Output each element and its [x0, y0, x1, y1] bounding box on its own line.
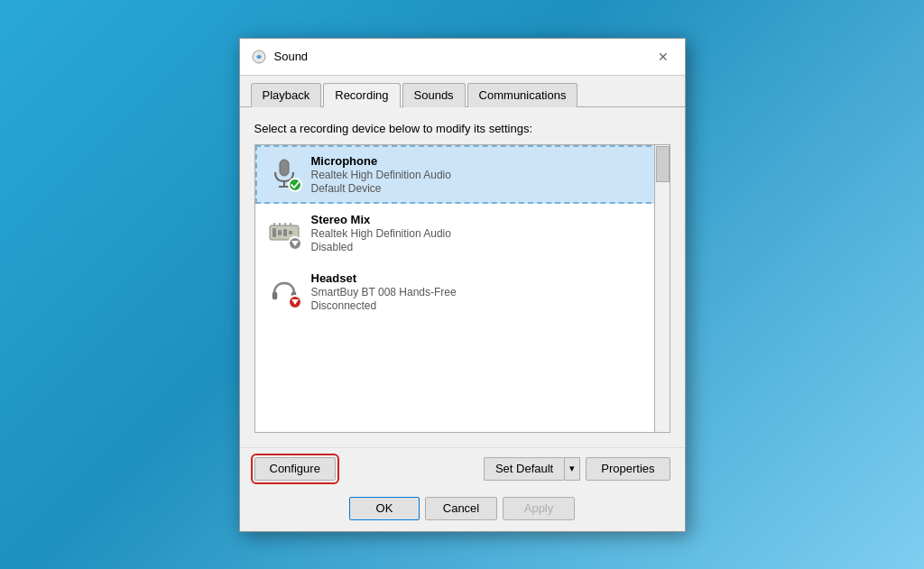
sound-dialog: Sound ✕ Playback Recording Sounds Commun…	[239, 38, 686, 532]
ok-cancel-row: OK Cancel Apply	[240, 490, 685, 531]
tab-communications[interactable]: Communications	[467, 83, 578, 107]
cancel-button[interactable]: Cancel	[425, 497, 497, 520]
svg-point-1	[257, 55, 261, 59]
set-default-split: Set Default ▾	[484, 457, 580, 481]
microphone-driver: Realtek High Definition Audio	[311, 169, 451, 181]
tab-sounds[interactable]: Sounds	[402, 83, 466, 107]
stereo-mix-driver: Realtek High Definition Audio	[311, 227, 451, 240]
svg-rect-8	[283, 229, 287, 236]
properties-button[interactable]: Properties	[586, 457, 670, 481]
stereo-mix-info: Stereo Mix Realtek High Definition Audio…	[311, 213, 451, 253]
configure-button[interactable]: Configure	[254, 457, 336, 481]
title-bar: Sound ✕	[240, 39, 685, 76]
svg-rect-6	[273, 228, 276, 237]
set-default-dropdown-button[interactable]: ▾	[564, 457, 580, 481]
svg-rect-14	[273, 292, 277, 299]
stereo-mix-status: Disabled	[311, 241, 451, 253]
svg-rect-7	[278, 230, 282, 235]
sound-dialog-icon	[251, 49, 267, 65]
green-check-badge	[288, 178, 302, 192]
microphone-name: Microphone	[311, 154, 451, 168]
scrollbar-track[interactable]	[654, 145, 670, 432]
ok-button[interactable]: OK	[349, 497, 420, 520]
apply-button[interactable]: Apply	[503, 497, 575, 520]
tab-recording[interactable]: Recording	[323, 83, 400, 107]
instruction-text: Select a recording device below to modif…	[254, 122, 670, 135]
set-default-button[interactable]: Set Default	[484, 457, 564, 481]
stereo-mix-name: Stereo Mix	[311, 213, 451, 226]
svg-rect-2	[280, 160, 289, 176]
content-area: Select a recording device below to modif…	[240, 107, 685, 447]
microphone-status: Default Device	[311, 182, 451, 195]
device-item-stereo-mix[interactable]: Stereo Mix Realtek High Definition Audio…	[255, 204, 670, 262]
headset-name: Headset	[311, 271, 457, 285]
red-x-badge	[288, 295, 302, 309]
action-buttons-row: Configure Set Default ▾ Properties	[240, 447, 685, 490]
close-button[interactable]: ✕	[652, 46, 674, 68]
headset-status: Disconnected	[311, 299, 457, 312]
svg-rect-9	[289, 231, 292, 234]
tab-bar: Playback Recording Sounds Communications	[240, 76, 685, 107]
tab-playback[interactable]: Playback	[251, 83, 322, 107]
device-list: Microphone Realtek High Definition Audio…	[254, 144, 670, 433]
headset-info: Headset SmartBuy BT 008 Hands-Free Disco…	[311, 271, 457, 312]
down-arrow-badge	[288, 236, 302, 251]
microphone-icon-container	[266, 156, 302, 192]
device-item-headset[interactable]: Headset SmartBuy BT 008 Hands-Free Disco…	[255, 262, 670, 321]
dialog-title: Sound	[274, 50, 645, 63]
headset-icon-container	[266, 273, 302, 309]
headset-driver: SmartBuy BT 008 Hands-Free	[311, 286, 457, 298]
stereo-mix-icon-container	[266, 215, 302, 251]
microphone-info: Microphone Realtek High Definition Audio…	[311, 154, 451, 195]
device-item-microphone[interactable]: Microphone Realtek High Definition Audio…	[255, 145, 670, 204]
scrollbar-thumb[interactable]	[656, 146, 670, 182]
